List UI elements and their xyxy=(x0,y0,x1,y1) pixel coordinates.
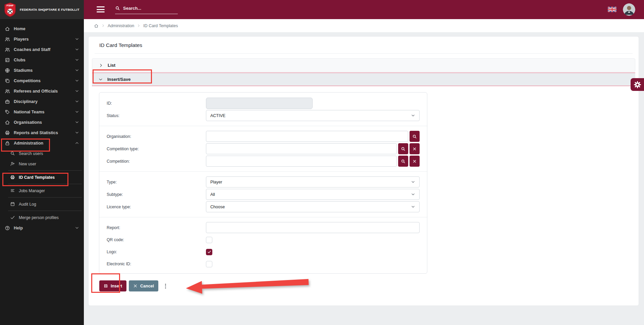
field-label: ID: xyxy=(107,101,206,106)
sidebar-item-label: Clubs xyxy=(14,58,25,62)
sidebar-item-audit-log[interactable]: Audit Log xyxy=(0,199,84,209)
users-icon xyxy=(5,47,10,52)
form-row-organisation: Organisation: xyxy=(107,130,420,143)
chevron-down-icon xyxy=(75,226,79,230)
status-select[interactable]: ACTIVE xyxy=(206,110,420,121)
sidebar-item-help[interactable]: Help xyxy=(0,223,84,233)
cancel-button[interactable]: Cancel xyxy=(129,280,158,291)
search-icon xyxy=(10,151,15,156)
chevron-down-icon xyxy=(75,37,79,41)
form-actions: Insert Cancel xyxy=(99,280,635,291)
divider xyxy=(99,217,427,217)
competition-clear-button[interactable] xyxy=(410,156,420,167)
hamburger-menu-icon[interactable] xyxy=(97,6,105,14)
search-icon xyxy=(401,159,406,164)
sidebar-item-national-teams[interactable]: National Teams xyxy=(0,107,84,117)
sidebar-nav: Home Players Coaches and Staff Clubs Sta… xyxy=(0,19,84,233)
field-label: Logo: xyxy=(107,250,206,254)
sidebar-item-new-user[interactable]: New user xyxy=(0,159,84,169)
sidebar-item-search-users[interactable]: Search users xyxy=(0,148,84,159)
competition-type-field[interactable] xyxy=(206,143,397,154)
chevron-right-icon xyxy=(99,63,103,68)
organisation-search-button[interactable] xyxy=(410,131,420,142)
accordion-list[interactable]: List xyxy=(92,58,635,72)
qr-code-checkbox[interactable] xyxy=(206,237,212,243)
sidebar-item-label: Reports and Statistics xyxy=(14,130,58,135)
sidebar-item-competitions[interactable]: Competitions xyxy=(0,75,84,86)
home-icon[interactable] xyxy=(94,23,99,28)
chevron-down-icon xyxy=(75,78,79,83)
electronic-id-checkbox[interactable] xyxy=(206,261,212,267)
chevron-down-icon xyxy=(75,110,79,114)
check-icon xyxy=(207,250,211,254)
sidebar-item-label: Home xyxy=(14,26,25,31)
sidebar-item-label: Disciplinary xyxy=(14,99,38,104)
brand-name: FEDERATA SHQIPTARE E FUTBOLLIT xyxy=(20,8,79,11)
insert-save-form: ID: Status: ACTIVE Organisation: Competi… xyxy=(99,92,427,274)
uk-flag-icon[interactable] xyxy=(608,7,616,12)
form-row-type: Type: Player xyxy=(107,176,420,188)
licence-type-select-value: Choose xyxy=(210,205,225,209)
sidebar-item-stadiums[interactable]: Stadiums xyxy=(0,65,84,75)
accordion-list-label: List xyxy=(108,63,115,68)
search-icon xyxy=(115,6,120,11)
sidebar-item-referees-and-officials[interactable]: Referees and Officials xyxy=(0,86,84,96)
logo-checkbox[interactable] xyxy=(206,249,212,255)
competition-field[interactable] xyxy=(206,156,397,167)
calendar-icon xyxy=(10,202,15,207)
close-icon xyxy=(412,159,417,164)
organisation-field[interactable] xyxy=(206,131,408,142)
insert-button-label: Insert xyxy=(111,284,122,288)
topbar xyxy=(84,0,644,19)
fshf-logo: FSHF xyxy=(4,2,16,17)
copy-icon xyxy=(5,78,10,84)
sidebar-item-players[interactable]: Players xyxy=(0,34,84,44)
sidebar-item-clubs[interactable]: Clubs xyxy=(0,55,84,65)
form-row-qr-code: QR code: xyxy=(107,234,420,246)
subtype-select[interactable]: All xyxy=(206,189,420,200)
field-label: Electronic ID: xyxy=(107,262,206,266)
settings-tab[interactable] xyxy=(631,78,644,91)
page-title: ID Card Templates xyxy=(99,42,628,48)
sidebar-item-reports-and-statistics[interactable]: Reports and Statistics xyxy=(0,127,84,138)
chevron-down-icon xyxy=(75,99,79,104)
form-row-status: Status: ACTIVE xyxy=(107,109,420,122)
global-search xyxy=(115,6,178,14)
sidebar-item-home[interactable]: Home xyxy=(0,23,84,34)
type-select[interactable]: Player xyxy=(206,176,420,187)
insert-button[interactable]: Insert xyxy=(99,280,126,291)
chevron-right-icon xyxy=(101,24,105,28)
id-field xyxy=(206,98,313,109)
sidebar-item-administration[interactable]: Administration xyxy=(0,138,84,148)
sidebar-item-coaches-and-staff[interactable]: Coaches and Staff xyxy=(0,44,84,55)
cancel-button-label: Cancel xyxy=(140,284,154,288)
field-label: Subtype: xyxy=(107,192,206,197)
lock-icon xyxy=(5,141,10,146)
competition-search-button[interactable] xyxy=(398,156,408,167)
sidebar-item-id-card-templates[interactable]: ID Card Templates xyxy=(0,172,84,182)
sidebar-item-organisations[interactable]: Organisations xyxy=(0,117,84,127)
report-field[interactable] xyxy=(206,222,420,233)
breadcrumb-administration[interactable]: Administration xyxy=(108,23,134,28)
licence-type-select[interactable]: Choose xyxy=(206,201,420,212)
sidebar-item-label: Audit Log xyxy=(19,202,36,207)
search-input[interactable] xyxy=(123,6,170,11)
accordion-insert-save[interactable]: Insert/Save xyxy=(92,72,635,86)
sidebar-item-disciplinary[interactable]: Disciplinary xyxy=(0,96,84,107)
type-select-value: Player xyxy=(210,180,222,184)
sidebar-item-jobs-manager[interactable]: Jobs Manager xyxy=(0,185,84,196)
sidebar-item-label: Search users xyxy=(19,151,43,156)
competition-type-search-button[interactable] xyxy=(398,143,408,154)
chevron-down-icon xyxy=(75,58,79,62)
more-options-icon[interactable] xyxy=(164,282,167,290)
competition-type-clear-button[interactable] xyxy=(410,143,420,154)
printer-icon xyxy=(5,130,10,136)
sidebar-item-merge-person-profiles[interactable]: Merge person profiles xyxy=(0,212,84,223)
chevron-down-icon xyxy=(75,130,79,135)
chevron-down-icon xyxy=(411,113,415,118)
user-avatar[interactable] xyxy=(623,3,635,16)
users-icon xyxy=(5,89,10,94)
chevron-down-icon xyxy=(75,89,79,93)
field-label: Competition type: xyxy=(107,147,206,151)
field-label: QR code: xyxy=(107,237,206,242)
